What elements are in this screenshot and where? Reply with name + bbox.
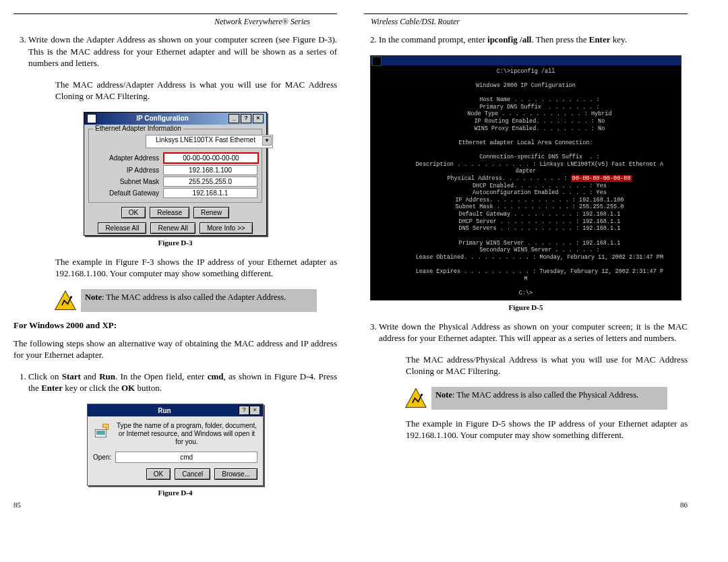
ipconfig-window: IP Configuration _ ? × Ethernet Adapter … [84,112,267,236]
right-example-para: The example in Figure D-5 shows the IP a… [406,418,688,441]
help-button[interactable]: ? [241,114,251,123]
subnet-mask-label: Subnet Mask [92,178,163,185]
run-close-button[interactable]: × [249,406,260,415]
physical-address-highlight: 00-00-00-00-00-00 [571,175,632,182]
warning-icon [404,387,427,410]
ip-address-label: IP Address [92,166,163,174]
note-box-right: Note: The MAC address is also called the… [404,387,667,410]
svg-point-1 [70,296,72,298]
figure-d5-caption: Figure D-5 [364,303,688,311]
figure-d4: Run ? × Type the name of a program, fold… [13,404,337,486]
run-open-label: Open: [93,454,111,461]
gateway-value: 192.168.1.1 [163,188,257,198]
left-steps: Write down the Adapter Address as shown … [13,34,337,69]
cmd-titlebar [371,56,681,65]
svg-rect-3 [96,431,105,435]
figure-d3: IP Configuration _ ? × Ethernet Adapter … [13,112,337,236]
section-heading: For Windows 2000 and XP: [13,320,337,331]
ip-address-value: 192.168.1.100 [163,165,257,175]
run-dialog: Run ? × Type the name of a program, fold… [87,404,264,486]
window-icon [87,114,96,123]
group-title: Ethernet Adapter Information [93,125,183,132]
cmd-output: C:\>ipconfig /all Windows 2000 IP Config… [371,65,681,300]
right-steps-a: In the command prompt, enter ipconfig /a… [364,34,688,46]
adapter-address-label: Adapter Address [92,154,163,162]
run-input[interactable]: cmd [115,451,257,463]
close-button[interactable]: × [253,114,264,123]
page-number-right: 86 [680,501,688,509]
right-mac-para: The MAC address/Physical Address is what… [406,354,688,377]
note-box-left: Note: The MAC address is also called the… [54,289,317,312]
left-step-3: Write down the Adapter Address as shown … [28,34,337,69]
svg-marker-4 [103,424,109,429]
alt-step-1: Click on Start and Run. In the Open fiel… [28,371,337,394]
minimize-button[interactable]: _ [229,114,239,123]
figure-d5: C:\>ipconfig /all Windows 2000 IP Config… [364,55,688,301]
ok-button[interactable]: OK [121,207,146,218]
alt-method-para: The following steps show an alternative … [13,338,337,361]
alt-steps: Click on Start and Run. In the Open fiel… [13,371,337,394]
run-titlebar: Run ? × [88,404,263,416]
window-titlebar: IP Configuration _ ? × [84,113,266,125]
right-page: Wireless Cable/DSL Router In the command… [364,13,688,506]
left-mac-para: The MAC address/Adapter Address is what … [55,79,337,102]
run-cancel-button[interactable]: Cancel [175,468,210,480]
command-prompt-window: C:\>ipconfig /all Windows 2000 IP Config… [370,55,681,301]
run-ok-button[interactable]: OK [146,468,171,480]
figure-d4-caption: Figure D-4 [13,489,337,497]
run-description: Type the name of a program, folder, docu… [116,422,257,446]
right-step-2: In the command prompt, enter ipconfig /a… [379,34,688,46]
renew-button[interactable]: Renew [193,207,229,218]
svg-marker-5 [406,388,427,407]
subnet-mask-value: 255.255.255.0 [163,177,257,187]
gateway-label: Default Gateway [92,189,163,197]
note-text-right: Note: The MAC address is also called the… [431,387,667,410]
figure-d3-caption: Figure D-3 [13,239,337,247]
warning-icon [54,289,77,312]
svg-marker-0 [55,290,76,309]
header-left: Network Everywhere® Series [13,13,337,27]
run-help-button[interactable]: ? [239,406,249,415]
run-icon [93,422,111,439]
renew-all-button[interactable]: Renew All [150,222,195,234]
left-example-para: The example in Figure F-3 shows the IP a… [55,256,337,280]
run-title-text: Run [90,407,239,414]
note-text-left: Note: The MAC address is also called the… [81,289,317,312]
release-all-button[interactable]: Release All [98,222,146,234]
page-number-left: 85 [13,501,21,509]
release-button[interactable]: Release [150,207,189,218]
window-title: IP Configuration [99,115,226,122]
run-browse-button[interactable]: Browse... [214,468,257,480]
header-right: Wireless Cable/DSL Router [364,13,688,27]
more-info-button[interactable]: More Info >> [200,222,253,234]
left-page: Network Everywhere® Series Write down th… [13,13,337,506]
cmd-icon [372,57,382,66]
adapter-combo[interactable]: Linksys LNE100TX Fast Ethernet [146,135,273,148]
adapter-address-value: 00-00-00-00-00-00 [163,152,259,164]
right-steps-b: Write down the Physical Address as shown… [364,321,688,344]
right-step-3: Write down the Physical Address as shown… [379,321,688,344]
svg-point-6 [421,394,423,396]
adapter-info-group: Ethernet Adapter Information Linksys LNE… [88,129,262,203]
